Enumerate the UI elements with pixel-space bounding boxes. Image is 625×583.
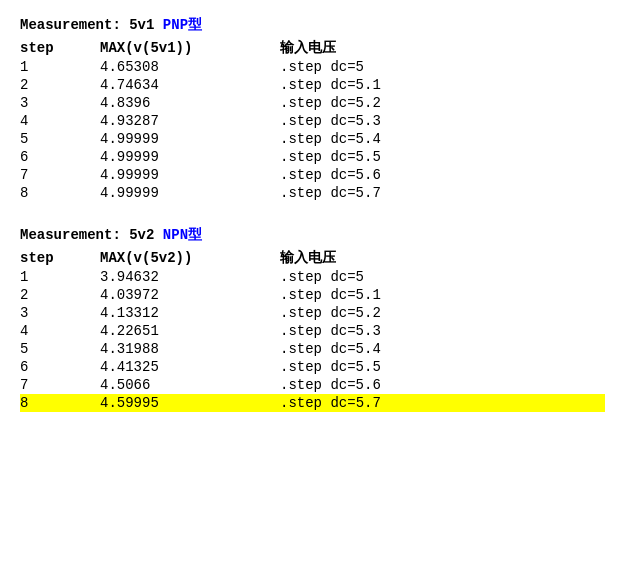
- cell-max: 3.94632: [100, 268, 280, 286]
- table-row: 54.31988.step dc=5.4: [20, 340, 605, 358]
- table-row: 74.99999.step dc=5.6: [20, 166, 605, 184]
- cell-max: 4.99999: [100, 148, 280, 166]
- cell-step: 1: [20, 58, 100, 76]
- cell-voltage: .step dc=5.6: [280, 376, 605, 394]
- cell-max: 4.5066: [100, 376, 280, 394]
- measurement-block-5v2: Measurement: 5v2 NPN型stepMAX(v(5v2))输入电压…: [20, 226, 605, 412]
- measurement-label-5v2: Measurement: 5v2: [20, 227, 163, 243]
- cell-step: 3: [20, 94, 100, 112]
- table-row: 74.5066.step dc=5.6: [20, 376, 605, 394]
- measurement-label-5v1: Measurement: 5v1: [20, 17, 163, 33]
- cell-max: 4.41325: [100, 358, 280, 376]
- cell-step: 3: [20, 304, 100, 322]
- cell-step: 6: [20, 148, 100, 166]
- table-row: 24.03972.step dc=5.1: [20, 286, 605, 304]
- table-row: 84.59995.step dc=5.7: [20, 394, 605, 412]
- cell-step: 2: [20, 286, 100, 304]
- table-row: 24.74634.step dc=5.1: [20, 76, 605, 94]
- cell-voltage: .step dc=5.2: [280, 94, 605, 112]
- measurement-type-5v2: NPN型: [163, 227, 202, 243]
- table-row: 13.94632.step dc=5: [20, 268, 605, 286]
- table-row: 14.65308.step dc=5: [20, 58, 605, 76]
- cell-voltage: .step dc=5: [280, 58, 605, 76]
- cell-max: 4.93287: [100, 112, 280, 130]
- cell-max: 4.99999: [100, 166, 280, 184]
- cell-voltage: .step dc=5.3: [280, 112, 605, 130]
- cell-max: 4.74634: [100, 76, 280, 94]
- cell-step: 2: [20, 76, 100, 94]
- table-row: 64.99999.step dc=5.5: [20, 148, 605, 166]
- table-row: 54.99999.step dc=5.4: [20, 130, 605, 148]
- cell-voltage: .step dc=5.7: [280, 184, 605, 202]
- cell-max: 4.99999: [100, 130, 280, 148]
- cell-voltage: .step dc=5.2: [280, 304, 605, 322]
- voltage-partial-normal: .step: [280, 395, 330, 411]
- cell-voltage: .step dc=5.4: [280, 130, 605, 148]
- col-header-voltage: 输入电压: [280, 38, 605, 58]
- table-row: 44.93287.step dc=5.3: [20, 112, 605, 130]
- cell-step: 6: [20, 358, 100, 376]
- cell-step: 5: [20, 340, 100, 358]
- main-content: Measurement: 5v1 PNP型stepMAX(v(5v1))输入电压…: [20, 16, 605, 412]
- measurement-header-5v1: Measurement: 5v1 PNP型: [20, 16, 605, 34]
- cell-voltage: .step dc=5.3: [280, 322, 605, 340]
- measurement-header-5v2: Measurement: 5v2 NPN型: [20, 226, 605, 244]
- cell-max: 4.8396: [100, 94, 280, 112]
- table-header-row: stepMAX(v(5v2))输入电压: [20, 248, 605, 268]
- cell-max: 4.99999: [100, 184, 280, 202]
- table-row: 64.41325.step dc=5.5: [20, 358, 605, 376]
- col-header-step: step: [20, 38, 100, 58]
- cell-voltage: .step dc=5: [280, 268, 605, 286]
- cell-step: 4: [20, 112, 100, 130]
- cell-max: 4.31988: [100, 340, 280, 358]
- measurement-block-5v1: Measurement: 5v1 PNP型stepMAX(v(5v1))输入电压…: [20, 16, 605, 202]
- cell-step: 5: [20, 130, 100, 148]
- cell-step: 8: [20, 184, 100, 202]
- cell-max: 4.13312: [100, 304, 280, 322]
- col-header-voltage: 输入电压: [280, 248, 605, 268]
- cell-step: 4: [20, 322, 100, 340]
- cell-step: 1: [20, 268, 100, 286]
- table-row: 34.8396.step dc=5.2: [20, 94, 605, 112]
- cell-step: 7: [20, 166, 100, 184]
- measurement-type-5v1: PNP型: [163, 17, 202, 33]
- cell-voltage: .step dc=5.7: [280, 394, 605, 412]
- cell-voltage: .step dc=5.4: [280, 340, 605, 358]
- cell-voltage: .step dc=5.1: [280, 286, 605, 304]
- col-header-step: step: [20, 248, 100, 268]
- voltage-partial-highlight: dc=5.7: [330, 395, 380, 411]
- cell-max: 4.65308: [100, 58, 280, 76]
- data-table-5v2: stepMAX(v(5v2))输入电压13.94632.step dc=524.…: [20, 248, 605, 412]
- col-header-max: MAX(v(5v1)): [100, 38, 280, 58]
- table-row: 44.22651.step dc=5.3: [20, 322, 605, 340]
- data-table-5v1: stepMAX(v(5v1))输入电压14.65308.step dc=524.…: [20, 38, 605, 202]
- cell-max: 4.59995: [100, 394, 280, 412]
- cell-step: 8: [20, 394, 100, 412]
- cell-voltage: .step dc=5.5: [280, 358, 605, 376]
- table-row: 34.13312.step dc=5.2: [20, 304, 605, 322]
- table-row: 84.99999.step dc=5.7: [20, 184, 605, 202]
- table-header-row: stepMAX(v(5v1))输入电压: [20, 38, 605, 58]
- cell-step: 7: [20, 376, 100, 394]
- cell-max: 4.03972: [100, 286, 280, 304]
- cell-max: 4.22651: [100, 322, 280, 340]
- cell-voltage: .step dc=5.1: [280, 76, 605, 94]
- cell-voltage: .step dc=5.6: [280, 166, 605, 184]
- col-header-max: MAX(v(5v2)): [100, 248, 280, 268]
- cell-voltage: .step dc=5.5: [280, 148, 605, 166]
